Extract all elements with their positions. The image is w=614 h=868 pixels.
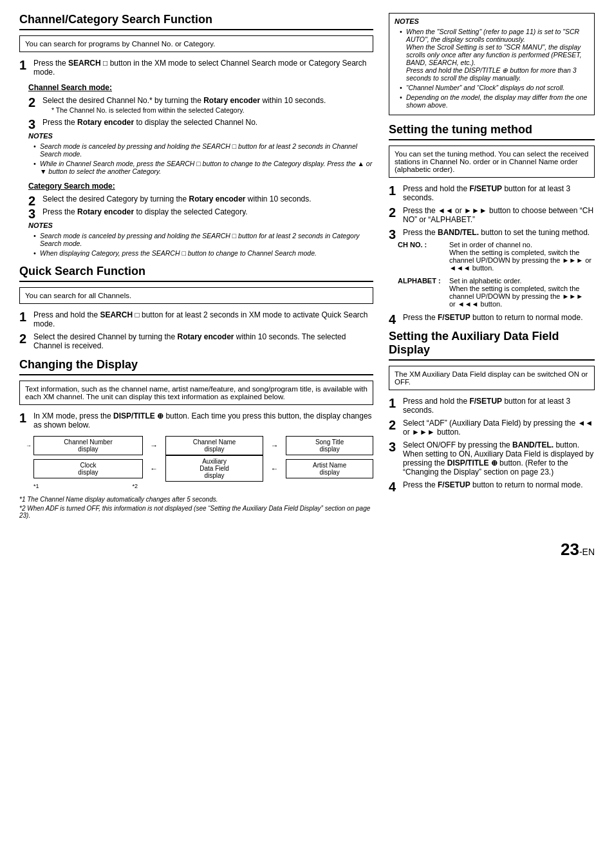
- section-channel-category: Channel/Category Search Function You can…: [19, 13, 373, 257]
- tm-step2-content: Press the ◄◄ or ►►► button to choose bet…: [403, 206, 595, 224]
- ch-note-1: Search mode is canceled by pressing and …: [33, 142, 373, 158]
- diagram-row1: → Channel Numberdisplay → Channel Namedi…: [33, 436, 373, 455]
- qs-step2-bold: Rotary encoder: [177, 332, 234, 341]
- qs-step2-content: Select the desired Channel by turning th…: [33, 332, 373, 350]
- cd-step1-bold: DISP/TITLE ⊕: [113, 411, 163, 420]
- ch-step2-asterisk: * The Channel No. is selected from withi…: [51, 106, 373, 114]
- diag-cell-clock: Clockdisplay: [33, 455, 143, 482]
- diag-cell-adf: AuxiliaryData Fielddisplay: [165, 455, 264, 482]
- section3-info-box: Text information, such as the channel na…: [19, 381, 373, 405]
- diagram-table: → Channel Numberdisplay → Channel Namedi…: [33, 436, 373, 482]
- section5-title: Setting the Auxiliary Data Field Display: [389, 330, 595, 361]
- ch-step2-bold: Rotary encoder: [203, 96, 260, 105]
- diag-box-ch-num: Channel Numberdisplay: [33, 436, 143, 455]
- cat-step2-item: 2 Select the desired Category by turning…: [28, 194, 373, 203]
- section4-title: Setting the tuning method: [389, 123, 595, 140]
- tm-step4-number: 4: [389, 313, 396, 326]
- cd-step1-item: 1 In XM mode, press the DISP/TITLE ⊕ but…: [19, 411, 373, 429]
- ch-note-2: While in Channel Search mode, press the …: [33, 160, 373, 175]
- step1-number: 1: [19, 59, 26, 71]
- adf-step1-item: 1 Press and hold the F/SETUP button for …: [389, 397, 595, 415]
- step1-text: Press the SEARCH □ button in the XM mode…: [33, 59, 373, 77]
- tm-step4-text: Press the F/SETUP button to return to no…: [403, 313, 595, 322]
- section-changing-display: Changing the Display Text information, s…: [19, 358, 373, 519]
- ch-notes-list: Search mode is canceled by pressing and …: [28, 142, 373, 175]
- adf-step3-bold: BAND/TEL.: [512, 440, 554, 449]
- tm-step1-number: 1: [389, 184, 396, 197]
- adf-step4-text: Press the F/SETUP button to return to no…: [403, 480, 595, 489]
- right-notes-list: When the "Scroll Setting" (refer to page…: [395, 28, 589, 109]
- adf-step4-item: 4 Press the F/SETUP button to return to …: [389, 480, 595, 489]
- diag-box-artist: Artist Namedisplay: [286, 459, 373, 478]
- ch-step3-number: 3: [28, 118, 35, 131]
- page-number: 23: [561, 540, 579, 559]
- alphabet-desc3: or ◄◄◄ button.: [449, 300, 595, 308]
- diag-box-song: Song Titledisplay: [286, 436, 373, 455]
- qs-step1-text: Press and hold the SEARCH □ button for a…: [33, 310, 373, 328]
- ch-step2-content: Select the desired Channel No.* by turni…: [42, 96, 373, 114]
- page-suffix: -EN: [579, 547, 595, 557]
- qs-step2-text: Select the desired Channel by turning th…: [33, 332, 373, 350]
- tm-step3-text: Press the BAND/TEL. button to set the tu…: [403, 228, 595, 237]
- section-aux-data: Setting the Auxiliary Data Field Display…: [389, 330, 595, 489]
- ch-step2-number: 2: [28, 96, 35, 109]
- tm-step4-item: 4 Press the F/SETUP button to return to …: [389, 313, 595, 322]
- display-diagram: → Channel Numberdisplay → Channel Namedi…: [33, 436, 373, 489]
- category-search-section: Category Search mode: 2 Select the desir…: [28, 182, 373, 257]
- channel-search-title: Channel Search mode:: [28, 83, 373, 92]
- adf-step3-number: 3: [389, 440, 396, 453]
- ch-step2-text: Select the desired Channel No.* by turni…: [42, 96, 373, 105]
- cat-note-1: Search mode is canceled by pressing and …: [33, 232, 373, 247]
- right-note-1: When the "Scroll Setting" (refer to page…: [400, 28, 589, 82]
- tm-step4-bold: F/SETUP: [438, 313, 470, 322]
- channel-search-section: Channel Search mode: 2 Select the desire…: [28, 83, 373, 175]
- diag-tags: *1 *2: [33, 483, 373, 489]
- diag-cell-song: Song Titledisplay: [286, 436, 373, 455]
- qs-step1-bold: SEARCH □: [100, 310, 139, 319]
- diag-box-clock: Clockdisplay: [33, 459, 143, 478]
- right-notes-title: NOTES: [395, 17, 589, 25]
- diag-box-adf: AuxiliaryData Fielddisplay: [165, 455, 264, 482]
- cd-step1-text: In XM mode, press the DISP/TITLE ⊕ butto…: [33, 411, 373, 429]
- step1-content: Press the SEARCH □ button in the XM mode…: [33, 59, 373, 77]
- cat-search-title: Category Search mode:: [28, 182, 373, 191]
- cat-step3-content: Press the Rotary encoder to display the …: [42, 207, 373, 216]
- tm-step2-item: 2 Press the ◄◄ or ►►► button to choose b…: [389, 206, 595, 224]
- tm-step3-content: Press the BAND/TEL. button to set the tu…: [403, 228, 595, 237]
- cat-step2-content: Select the desired Category by turning t…: [42, 194, 373, 203]
- ch-step3-text: Press the Rotary encoder to display the …: [42, 118, 373, 127]
- ch-no-desc1: Set in order of channel no.: [449, 241, 532, 249]
- page-number-area: 23-EN: [19, 540, 595, 560]
- ch-step2-item: 2 Select the desired Channel No.* by tur…: [28, 96, 373, 114]
- qs-step2-item: 2 Select the desired Channel by turning …: [19, 332, 373, 350]
- ch-no-label-row: CH NO. :Set in order of channel no.: [398, 241, 595, 249]
- section-tuning-method: Setting the tuning method You can set th…: [389, 123, 595, 322]
- step1-bold: SEARCH □: [68, 59, 107, 68]
- tm-step4-content: Press the F/SETUP button to return to no…: [403, 313, 595, 322]
- diag-arrow-4: ←: [263, 455, 286, 482]
- diag-arrow-2: →: [263, 436, 286, 455]
- alphabet-label: ALPHABET :: [398, 277, 449, 285]
- cat-step3-number: 3: [28, 207, 35, 220]
- cat-notes-list: Search mode is canceled by pressing and …: [28, 232, 373, 257]
- tm-step3-item: 3 Press the BAND/TEL. button to set the …: [389, 228, 595, 237]
- page-wrapper: Channel/Category Search Function You can…: [19, 13, 595, 560]
- cat-step2-text: Select the desired Category by turning t…: [42, 194, 373, 203]
- cat-step3-bold: Rotary encoder: [77, 207, 134, 216]
- adf-step2-content: Select “ADF” (Auxiliary Data Field) by p…: [403, 419, 595, 437]
- right-note-2: “Channel Number” and “Clock” displays do…: [400, 84, 589, 91]
- adf-step2-number: 2: [389, 419, 396, 431]
- qs-step1-content: Press and hold the SEARCH □ button for a…: [33, 310, 373, 328]
- ch-no-label: CH NO. :: [398, 241, 449, 249]
- ch-step3-content: Press the Rotary encoder to display the …: [42, 118, 373, 127]
- qs-step2-number: 2: [19, 332, 26, 345]
- section2-title: Quick Search Function: [19, 265, 373, 282]
- diag-tag-1: *1: [33, 483, 39, 489]
- qs-step1-number: 1: [19, 310, 26, 323]
- section3-title: Changing the Display: [19, 358, 373, 375]
- ch-no-desc3: ◄◄◄ button.: [449, 264, 595, 272]
- diag-cell-ch-num: → Channel Numberdisplay: [33, 436, 143, 455]
- diag-arrow-left: →: [26, 442, 32, 449]
- alphabet-label-row: ALPHABET :Set in alphabetic order.: [398, 277, 595, 285]
- section4-info-box: You can set the tuning method. You can s…: [389, 146, 595, 178]
